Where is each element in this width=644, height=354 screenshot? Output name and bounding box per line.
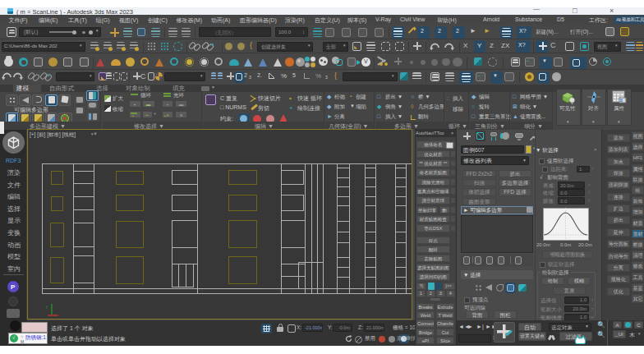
svg-text:f: f [46,305,48,310]
